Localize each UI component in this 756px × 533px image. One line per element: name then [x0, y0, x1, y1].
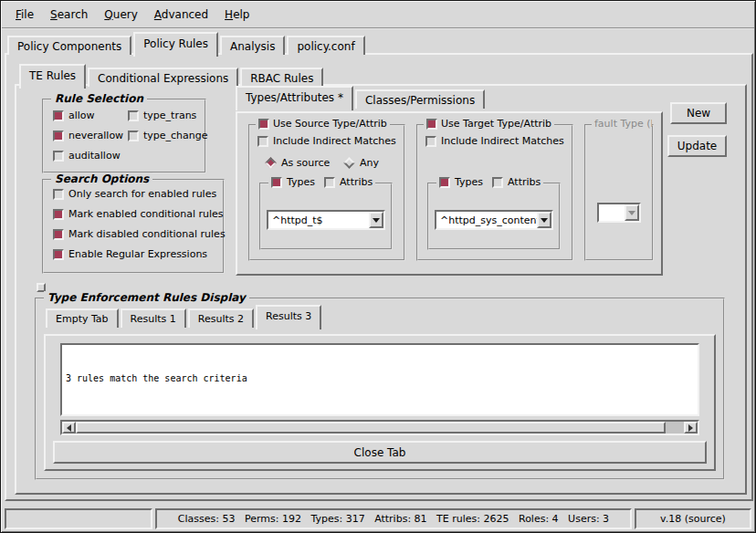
scroll-right-arrow-icon[interactable] — [684, 422, 698, 434]
checkbox-target-types[interactable]: Types — [439, 176, 483, 188]
target-type-combo-value: ^httpd_sys_content_t$ — [436, 212, 537, 228]
checkbox-label: Attribs — [340, 176, 373, 188]
results-frame: Type Enforcement Rules Display Empty Tab… — [35, 298, 725, 480]
checkbox-indicator — [53, 110, 64, 121]
checkbox-indicator — [425, 136, 436, 147]
tab-te-rules[interactable]: TE Rules — [19, 64, 86, 89]
tab-policy-conf[interactable]: policy.conf — [287, 36, 364, 55]
status-bar: Classes: 53 Perms: 192 Types: 317 Attrib… — [5, 508, 751, 529]
te-rules-page: Rule Selection allow neverallow auditall… — [15, 84, 747, 495]
search-options-frame: Search Options Only search for enabled r… — [42, 179, 225, 274]
tab-policy-rules[interactable]: Policy Rules — [133, 32, 218, 57]
results-tab-bar: Empty Tab Results 1 Results 2 Results 3 — [46, 305, 323, 329]
checkbox-neverallow[interactable]: neverallow — [53, 130, 123, 141]
menu-query[interactable]: Query — [96, 5, 145, 25]
use-source-label: Use Source Type/Attrib — [273, 118, 387, 130]
tab-empty[interactable]: Empty Tab — [46, 308, 119, 328]
checkbox-indicator — [492, 177, 503, 188]
close-tab-button[interactable]: Close Tab — [53, 441, 707, 464]
tab-classes-permissions[interactable]: Classes/Permissions — [355, 89, 485, 109]
checkbox-allow[interactable]: allow — [53, 110, 95, 121]
policy-rules-page: TE Rules Conditional Expressions RBAC Ru… — [5, 53, 753, 501]
blank-line — [66, 411, 694, 416]
new-button[interactable]: New — [670, 102, 727, 124]
checkbox-indicator — [324, 177, 335, 188]
checkbox-indicator — [128, 110, 139, 121]
checkbox-only-enabled-rules[interactable]: Only search for enabled rules — [53, 188, 216, 200]
tab-results-3[interactable]: Results 3 — [256, 305, 321, 329]
checkbox-label: Enable Regular Expressions — [68, 248, 207, 260]
checkbox-label: allow — [68, 110, 95, 121]
checkbox-indicator — [257, 136, 268, 147]
checkbox-label: Mark enabled conditional rules — [68, 208, 224, 220]
dropdown-arrow-icon — [625, 204, 639, 221]
target-frame-title[interactable]: Use Target Type/Attrib — [424, 118, 554, 130]
target-type-frame: Use Target Type/Attrib Include Indirect … — [416, 124, 573, 261]
source-type-combo[interactable]: ^httpd_t$ — [267, 210, 385, 230]
results-hscrollbar[interactable] — [60, 420, 699, 435]
target-types-attribs-box: Types Attribs ^httpd_sys_content_t$ — [427, 183, 561, 250]
checkbox-use-target[interactable] — [426, 119, 437, 130]
results-summary: 3 rules match the search criteria — [66, 372, 694, 385]
tab-results-2[interactable]: Results 2 — [188, 308, 254, 328]
checkbox-indirect-target[interactable]: Include Indirect Matches — [425, 135, 564, 147]
checkbox-indicator — [53, 131, 64, 141]
source-type-frame: Use Source Type/Attrib Include Indirect … — [248, 124, 405, 261]
rule-selection-frame: Rule Selection allow neverallow auditall… — [42, 99, 206, 173]
rules-tab-bar: TE Rules Conditional Expressions RBAC Ru… — [19, 64, 325, 89]
scrollbar-trough[interactable] — [76, 422, 684, 434]
tab-results-1[interactable]: Results 1 — [121, 308, 186, 328]
checkbox-indirect-source[interactable]: Include Indirect Matches — [257, 135, 396, 147]
checkbox-indicator — [271, 177, 282, 188]
checkbox-type-change[interactable]: type_change — [128, 130, 208, 141]
radio-indicator — [343, 157, 355, 169]
checkbox-mark-enabled-conditional[interactable]: Mark enabled conditional rules — [53, 208, 224, 220]
menu-bar: File Search Query Advanced Help — [2, 2, 754, 29]
search-options-title: Search Options — [51, 172, 152, 185]
menu-advanced[interactable]: Advanced — [146, 5, 216, 25]
scrollbar-thumb[interactable] — [76, 422, 666, 434]
status-version: v.18 (source) — [635, 508, 751, 529]
use-target-label: Use Target Type/Attrib — [441, 118, 551, 130]
tab-analysis[interactable]: Analysis — [220, 36, 285, 55]
results-text-area[interactable]: 3 rules match the search criteria (5822)… — [60, 343, 699, 416]
checkbox-label: Include Indirect Matches — [441, 135, 564, 147]
radio-as-source[interactable]: As source — [265, 157, 330, 169]
checkbox-indicator — [439, 177, 450, 188]
tab-types-attributes[interactable]: Types/Attributes * — [236, 86, 353, 110]
default-type-frame: fault Type (Disa — [584, 124, 654, 261]
radio-any[interactable]: Any — [343, 157, 379, 169]
app-window: File Search Query Advanced Help Policy C… — [0, 0, 756, 533]
results-frame-title: Type Enforcement Rules Display — [44, 291, 249, 304]
checkbox-source-attribs[interactable]: Attribs — [324, 176, 373, 188]
menu-file[interactable]: File — [7, 5, 42, 25]
checkbox-label: type_trans — [143, 110, 196, 121]
checkbox-target-attribs[interactable]: Attribs — [492, 176, 541, 188]
source-types-attribs-box: Types Attribs ^httpd_t$ — [259, 183, 393, 250]
checkbox-label: Mark disabled conditional rules — [68, 228, 226, 240]
checkbox-source-types[interactable]: Types — [271, 176, 315, 188]
source-frame-title[interactable]: Use Source Type/Attrib — [256, 118, 390, 130]
radio-indicator — [265, 157, 277, 169]
tab-policy-components[interactable]: Policy Components — [7, 36, 131, 55]
checkbox-label: Only search for enabled rules — [68, 188, 216, 200]
checkbox-label: Attribs — [508, 176, 541, 188]
scroll-left-arrow-icon[interactable] — [62, 422, 76, 434]
checkbox-auditallow[interactable]: auditallow — [53, 150, 121, 162]
source-type-combo-value: ^httpd_t$ — [268, 212, 369, 228]
default-type-combo-value — [599, 204, 625, 221]
checkbox-use-source[interactable] — [258, 119, 269, 130]
checkbox-indicator — [53, 209, 64, 220]
checkbox-mark-disabled-conditional[interactable]: Mark disabled conditional rules — [53, 228, 226, 240]
update-button[interactable]: Update — [667, 135, 727, 157]
tab-conditional-expressions[interactable]: Conditional Expressions — [88, 68, 238, 87]
checkbox-type-trans[interactable]: type_trans — [128, 110, 196, 121]
tab-rbac-rules[interactable]: RBAC Rules — [240, 68, 323, 87]
target-type-combo[interactable]: ^httpd_sys_content_t$ — [435, 210, 553, 230]
checkbox-label: Types — [455, 176, 483, 188]
dropdown-arrow-icon[interactable] — [369, 212, 383, 228]
checkbox-enable-regex[interactable]: Enable Regular Expressions — [53, 248, 207, 260]
dropdown-arrow-icon[interactable] — [537, 212, 551, 228]
menu-help[interactable]: Help — [216, 5, 257, 25]
menu-search[interactable]: Search — [42, 5, 96, 25]
